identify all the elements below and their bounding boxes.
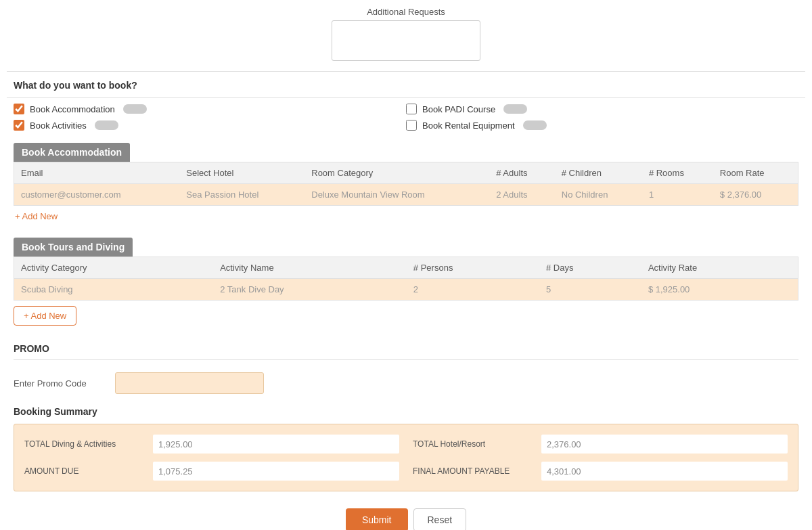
accommodation-add-new-button[interactable]: + Add New: [7, 206, 66, 227]
tours-col-name: Activity Name: [213, 257, 407, 279]
accommodation-col-children: # Children: [555, 162, 642, 184]
checkboxes-left: Book Accommodation Book Activities: [14, 104, 406, 131]
padi-toggle: [503, 104, 527, 114]
accommodation-cell-rooms: 1: [642, 184, 713, 206]
promo-label: Enter Promo Code: [14, 378, 108, 389]
padi-checkbox[interactable]: [406, 104, 417, 114]
tours-table: Activity Category Activity Name # Person…: [14, 257, 798, 301]
summary-amount-due-value: 1,075.25: [153, 462, 399, 481]
activities-label: Book Activities: [30, 120, 87, 131]
accommodation-row-0: customer@customer.com Sea Passion Hotel …: [14, 184, 798, 206]
tours-row-0: Scuba Diving 2 Tank Dive Day 2 5 $ 1,925…: [14, 279, 798, 301]
accommodation-col-rooms: # Rooms: [642, 162, 713, 184]
promo-row: Enter Promo Code: [14, 367, 798, 399]
submit-button[interactable]: Submit: [346, 508, 408, 530]
accommodation-toggle: [123, 104, 147, 114]
accommodation-section: Book Accommodation Email Select Hotel Ro…: [7, 137, 805, 227]
page-wrapper: Additional Requests What do you want to …: [0, 0, 812, 530]
summary-hotel-value: 2,376.00: [541, 435, 788, 454]
promo-input[interactable]: [115, 372, 264, 394]
accommodation-table: Email Select Hotel Room Category # Adult…: [14, 162, 798, 206]
accommodation-cell-hotel: Sea Passion Hotel: [179, 184, 304, 206]
tours-cell-name: 2 Tank Dive Day: [213, 279, 407, 301]
tours-cell-days: 5: [539, 279, 641, 301]
additional-requests-container: Additional Requests: [332, 7, 480, 61]
activities-toggle: [95, 120, 118, 130]
padi-label: Book PADI Course: [422, 104, 495, 114]
accommodation-cell-email: customer@customer.com: [14, 184, 180, 206]
accommodation-col-adults: # Adults: [489, 162, 555, 184]
accommodation-col-room: Room Category: [304, 162, 489, 184]
accommodation-cell-adults: 2 Adults: [489, 184, 555, 206]
checkboxes-right: Book PADI Course Book Rental Equipment: [406, 104, 798, 131]
summary-final-label: FINAL AMOUNT PAYABLE: [413, 466, 535, 476]
accommodation-cell-room-category: Deluxe Mountain View Room: [304, 184, 489, 206]
checkbox-accommodation: Book Accommodation: [14, 104, 406, 114]
booking-summary-box: TOTAL Diving & Activities 1,925.00 TOTAL…: [14, 424, 798, 491]
tours-cell-persons: 2: [407, 279, 539, 301]
summary-diving-label: TOTAL Diving & Activities: [24, 439, 146, 449]
additional-requests-label: Additional Requests: [367, 7, 445, 17]
tours-add-new-button[interactable]: + Add New: [14, 306, 76, 326]
activities-checkbox[interactable]: [14, 120, 24, 131]
what-to-book-question: What do you want to book?: [7, 72, 805, 97]
summary-hotel-label: TOTAL Hotel/Resort: [413, 439, 535, 449]
tours-col-rate: Activity Rate: [641, 257, 798, 279]
promo-title: PROMO: [14, 343, 798, 360]
accommodation-col-rate: Room Rate: [713, 162, 798, 184]
additional-requests-section: Additional Requests: [7, 0, 805, 72]
accommodation-header-row: Email Select Hotel Room Category # Adult…: [14, 162, 798, 184]
accommodation-col-hotel: Select Hotel: [179, 162, 304, 184]
summary-diving-activities: TOTAL Diving & Activities 1,925.00: [24, 435, 399, 454]
tours-col-category: Activity Category: [14, 257, 214, 279]
checkboxes-row: Book Accommodation Book Activities Book …: [7, 104, 805, 137]
summary-final-value: 4,301.00: [541, 462, 788, 481]
promo-section: PROMO Enter Promo Code: [7, 336, 805, 406]
booking-summary-title: Booking Summary: [14, 406, 798, 417]
rental-toggle: [523, 120, 547, 130]
rental-checkbox[interactable]: [406, 120, 417, 131]
checkbox-activities: Book Activities: [14, 120, 406, 131]
reset-button[interactable]: Reset: [413, 508, 467, 530]
checkbox-padi: Book PADI Course: [406, 104, 798, 114]
tours-diving-section: Book Tours and Diving Activity Category …: [7, 232, 805, 331]
tours-header-row: Activity Category Activity Name # Person…: [14, 257, 798, 279]
booking-summary-section: Booking Summary TOTAL Diving & Activitie…: [7, 406, 805, 498]
summary-hotel-resort: TOTAL Hotel/Resort 2,376.00: [413, 435, 788, 454]
accommodation-section-header: Book Accommodation: [14, 143, 130, 162]
additional-requests-textarea[interactable]: [332, 20, 480, 61]
summary-amount-due: AMOUNT DUE 1,075.25: [24, 462, 399, 481]
form-actions: Submit Reset: [7, 498, 805, 530]
summary-amount-due-label: AMOUNT DUE: [24, 466, 146, 476]
tours-section-header: Book Tours and Diving: [14, 238, 133, 257]
accommodation-label: Book Accommodation: [30, 104, 115, 114]
tours-cell-category: Scuba Diving: [14, 279, 214, 301]
tours-col-days: # Days: [539, 257, 641, 279]
summary-diving-value: 1,925.00: [153, 435, 399, 454]
checkbox-rental: Book Rental Equipment: [406, 120, 798, 131]
summary-final-amount: FINAL AMOUNT PAYABLE 4,301.00: [413, 462, 788, 481]
rental-label: Book Rental Equipment: [422, 120, 515, 131]
accommodation-col-email: Email: [14, 162, 180, 184]
tours-cell-rate: $ 1,925.00: [641, 279, 798, 301]
accommodation-cell-rate: $ 2,376.00: [713, 184, 798, 206]
accommodation-cell-children: No Children: [555, 184, 642, 206]
tours-col-persons: # Persons: [407, 257, 539, 279]
accommodation-checkbox[interactable]: [14, 104, 24, 114]
